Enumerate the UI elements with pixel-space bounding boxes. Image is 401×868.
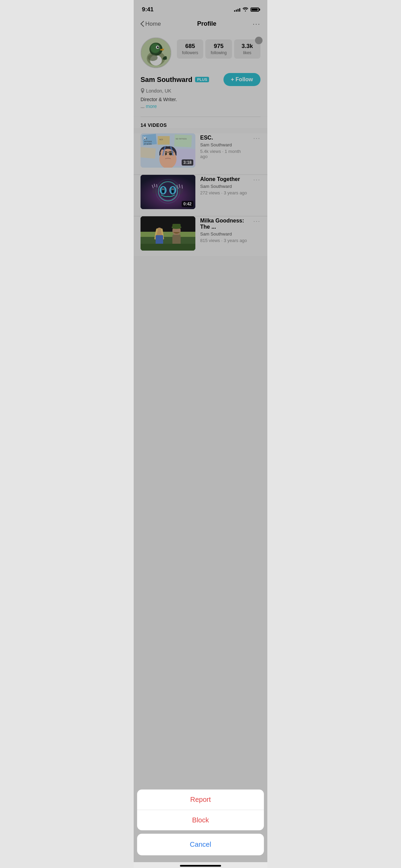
overlay-background[interactable] <box>134 0 267 257</box>
